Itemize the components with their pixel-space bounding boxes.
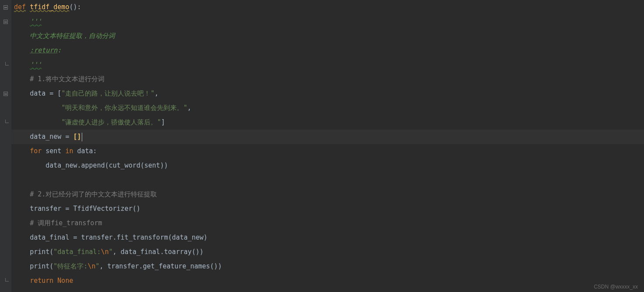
keyword-return: return (30, 277, 57, 285)
code-text: data_final = transfer.fit_transform(data… (30, 234, 207, 241)
code-line[interactable]: 中文文本特征提取，自动分词 (14, 29, 644, 43)
escape-seq: \n (101, 248, 109, 256)
paren: (): (69, 3, 81, 11)
docstring-text: 中文文本特征提取，自动分词 (30, 32, 115, 40)
string: " (109, 248, 113, 256)
bracket: ] (161, 118, 165, 126)
builtin-print: print (30, 248, 49, 256)
code-text: data_new.append(cut_word(sent)) (45, 161, 168, 169)
fold-icon[interactable] (3, 19, 9, 24)
code-line[interactable]: "谦虚使人进步，骄傲使人落后。"] (14, 115, 644, 130)
code-line[interactable]: data_final = transfer.fit_transform(data… (14, 230, 644, 245)
code-line[interactable]: :return: (14, 43, 644, 58)
code-text: , data_final.toarray()) (113, 248, 204, 256)
code-text: data = (30, 89, 57, 97)
caret (82, 133, 82, 141)
string: "data_final: (53, 248, 101, 256)
code-line[interactable]: transfer = TfidfVectorizer() (14, 202, 644, 216)
docstring-quote: ''' (30, 61, 42, 69)
escape-seq: \n (87, 262, 95, 270)
code-line[interactable]: print("特征名字:\n", transfer.get_feature_na… (14, 259, 644, 274)
bracket-active: [] (73, 133, 81, 141)
keyword-none: None (57, 277, 73, 285)
paren: ( (49, 262, 53, 270)
code-line[interactable]: return None (14, 274, 644, 288)
comma: , (154, 89, 158, 97)
comment: # 2.对已经分词了的中文文本进行特征提取 (30, 190, 157, 198)
keyword-in: in (65, 147, 73, 155)
code-text: transfer = TfidfVectorizer() (30, 205, 140, 213)
fold-icon[interactable] (3, 5, 9, 10)
code-line[interactable]: data_new.append(cut_word(sent)) (14, 158, 644, 173)
comma: , (187, 104, 191, 112)
keyword-for: for (30, 147, 42, 155)
docstring-tag-colon: : (57, 46, 61, 54)
comment: # 1.将中文文本进行分词 (30, 75, 104, 83)
watermark: CSDN @wxxxx_xx (594, 284, 638, 289)
keyword-def: def (14, 3, 26, 11)
comment: # 调用fie_transform (30, 219, 102, 227)
string: "走自己的路，让别人说去吧！" (61, 89, 154, 97)
fold-end-icon (3, 120, 9, 125)
string: "谦虚使人进步，骄傲使人落后。" (61, 118, 161, 126)
fold-end-icon (3, 278, 9, 284)
fold-end-icon (3, 62, 9, 68)
code-line-empty[interactable] (14, 173, 644, 187)
code-line[interactable]: def tfidf_demo(): (14, 0, 644, 14)
gutter (0, 0, 11, 292)
string: "特征名字: (53, 262, 87, 270)
code-area[interactable]: def tfidf_demo(): ''' 中文文本特征提取，自动分词 :ret… (11, 0, 644, 292)
paren: ( (49, 248, 53, 256)
code-text: , transfer.get_feature_names()) (99, 262, 222, 270)
builtin-print: print (30, 262, 49, 270)
code-line[interactable]: # 调用fie_transform (14, 216, 644, 230)
code-text: sent (42, 147, 65, 155)
code-line[interactable]: print("data_final:\n", data_final.toarra… (14, 245, 644, 259)
code-editor[interactable]: def tfidf_demo(): ''' 中文文本特征提取，自动分词 :ret… (0, 0, 644, 292)
code-text: data: (73, 147, 97, 155)
code-line[interactable]: for sent in data: (14, 144, 644, 158)
code-line[interactable]: # 2.对已经分词了的中文文本进行特征提取 (14, 187, 644, 202)
code-line[interactable]: ''' (14, 58, 644, 72)
function-name: tfidf_demo (30, 3, 69, 11)
code-line[interactable]: data_new = [] (14, 130, 644, 144)
string: "明天和意外，你永远不知道谁会先到来。" (61, 104, 187, 112)
code-text: data_new = (30, 133, 73, 141)
code-line[interactable]: # 1.将中文文本进行分词 (14, 72, 644, 86)
docstring-tag: :return (30, 46, 57, 54)
code-line[interactable]: ''' (14, 14, 644, 29)
docstring-quote: ''' (30, 17, 42, 25)
fold-icon[interactable] (3, 91, 9, 96)
code-line[interactable]: "明天和意外，你永远不知道谁会先到来。", (14, 101, 644, 115)
code-line[interactable]: data = ["走自己的路，让别人说去吧！", (14, 86, 644, 101)
